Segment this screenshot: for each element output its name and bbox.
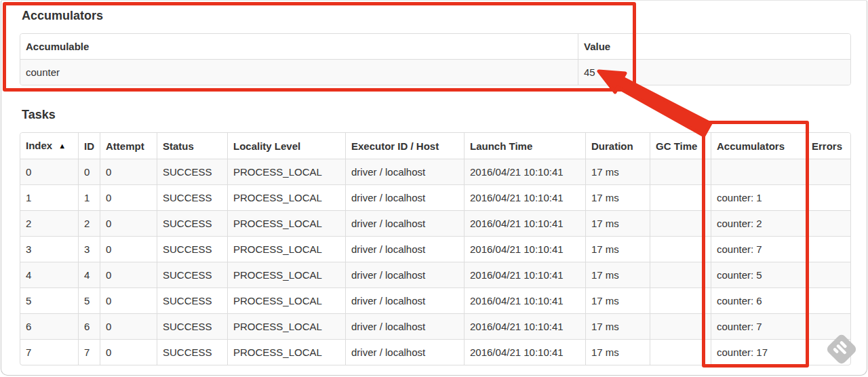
cell	[650, 236, 711, 262]
column-header-launch-time[interactable]: Launch Time	[464, 133, 585, 159]
cell	[806, 287, 850, 313]
cell: 1	[78, 184, 100, 210]
table-row: 000SUCCESSPROCESS_LOCALdriver / localhos…	[20, 159, 850, 184]
tasks-section-heading: Tasks	[22, 108, 848, 122]
sort-asc-icon: ▲	[58, 142, 66, 150]
cell: 4	[20, 262, 78, 287]
cell: SUCCESS	[157, 236, 227, 262]
cell: driver / localhost	[345, 339, 464, 365]
cell: driver / localhost	[345, 287, 464, 313]
cell	[806, 339, 850, 365]
cell: SUCCESS	[157, 262, 227, 287]
column-header-label: ID	[84, 140, 94, 152]
cell: 0	[100, 159, 157, 184]
cell: 2016/04/21 10:10:41	[464, 210, 585, 236]
spark-ui-window: Accumulators AccumulableValue counter45 …	[1, 0, 867, 376]
cell: driver / localhost	[345, 236, 464, 262]
table-row: counter45	[20, 59, 850, 85]
cell: 2	[20, 210, 78, 236]
cell: counter: 17	[711, 339, 806, 365]
cell: PROCESS_LOCAL	[227, 159, 345, 184]
cell: 2	[78, 210, 100, 236]
column-header-index[interactable]: Index▲	[20, 133, 78, 159]
cell: 2016/04/21 10:10:41	[464, 313, 585, 339]
cell: 17 ms	[585, 339, 650, 365]
cell: PROCESS_LOCAL	[227, 236, 345, 262]
table-row: 110SUCCESSPROCESS_LOCALdriver / localhos…	[20, 184, 850, 210]
cell: 0	[100, 184, 157, 210]
column-header-gc-time[interactable]: GC Time	[650, 133, 711, 159]
column-header-label: Accumulators	[717, 140, 785, 152]
cell: 17 ms	[585, 287, 650, 313]
column-header-id[interactable]: ID	[78, 133, 100, 159]
cell: 2016/04/21 10:10:41	[464, 159, 585, 184]
cell: 2016/04/21 10:10:41	[464, 287, 585, 313]
column-header-value[interactable]: Value	[578, 34, 850, 59]
cell: 17 ms	[585, 184, 650, 210]
cell: 17 ms	[585, 262, 650, 287]
column-header-status[interactable]: Status	[157, 133, 227, 159]
cell: 0	[100, 236, 157, 262]
cell: counter: 7	[711, 313, 806, 339]
column-header-label: Accumulable	[26, 41, 89, 52]
column-header-errors[interactable]: Errors	[806, 133, 850, 159]
column-header-executor-id-host[interactable]: Executor ID / Host	[345, 133, 464, 159]
table-row: 330SUCCESSPROCESS_LOCALdriver / localhos…	[20, 236, 850, 262]
table-row: 770SUCCESSPROCESS_LOCALdriver / localhos…	[20, 339, 850, 365]
cell	[711, 159, 806, 184]
cell: 3	[20, 236, 78, 262]
cell	[806, 184, 850, 210]
cell: SUCCESS	[157, 210, 227, 236]
table-header-row: Index▲IDAttemptStatusLocality LevelExecu…	[20, 133, 850, 159]
cell: PROCESS_LOCAL	[227, 184, 345, 210]
column-header-label: Launch Time	[470, 140, 532, 152]
cell: 5	[78, 287, 100, 313]
column-header-accumulators[interactable]: Accumulators	[711, 133, 806, 159]
table-row: 550SUCCESSPROCESS_LOCALdriver / localhos…	[20, 287, 850, 313]
cell	[650, 262, 711, 287]
cell: 17 ms	[585, 159, 650, 184]
cell: 17 ms	[585, 313, 650, 339]
cell: 1	[20, 184, 78, 210]
cell: 7	[20, 339, 78, 365]
cell: 17 ms	[585, 210, 650, 236]
cell: SUCCESS	[157, 339, 227, 365]
column-header-duration[interactable]: Duration	[585, 133, 650, 159]
cell: counter: 7	[711, 236, 806, 262]
cell: 0	[100, 210, 157, 236]
cell	[650, 313, 711, 339]
cell: SUCCESS	[157, 159, 227, 184]
cell: driver / localhost	[345, 184, 464, 210]
cell	[806, 262, 850, 287]
cell: 6	[78, 313, 100, 339]
column-header-locality-level[interactable]: Locality Level	[227, 133, 345, 159]
cell: driver / localhost	[345, 313, 464, 339]
accumulators-section-heading: Accumulators	[22, 9, 848, 23]
cell: 17 ms	[585, 236, 650, 262]
column-header-accumulable[interactable]: Accumulable	[20, 34, 578, 59]
cell: 0	[100, 313, 157, 339]
column-header-label: Value	[584, 41, 610, 52]
table-row: 440SUCCESSPROCESS_LOCALdriver / localhos…	[20, 262, 850, 287]
cell	[650, 339, 711, 365]
cell: SUCCESS	[157, 313, 227, 339]
cell: 2016/04/21 10:10:41	[464, 184, 585, 210]
cell: 0	[100, 287, 157, 313]
column-header-label: Locality Level	[233, 140, 300, 152]
main-content: Accumulators AccumulableValue counter45 …	[1, 1, 867, 365]
cell: PROCESS_LOCAL	[227, 287, 345, 313]
cell: 0	[100, 339, 157, 365]
cell: 2016/04/21 10:10:41	[464, 339, 585, 365]
column-header-label: Duration	[591, 140, 633, 152]
cell: 6	[20, 313, 78, 339]
accumulators-table: AccumulableValue counter45	[20, 33, 851, 85]
cell: PROCESS_LOCAL	[227, 210, 345, 236]
cell: counter: 5	[711, 262, 806, 287]
cell	[806, 159, 850, 184]
cell	[650, 159, 711, 184]
cell: driver / localhost	[345, 159, 464, 184]
column-header-attempt[interactable]: Attempt	[100, 133, 157, 159]
cell: 0	[20, 159, 78, 184]
cell: 0	[78, 159, 100, 184]
cell: PROCESS_LOCAL	[227, 313, 345, 339]
